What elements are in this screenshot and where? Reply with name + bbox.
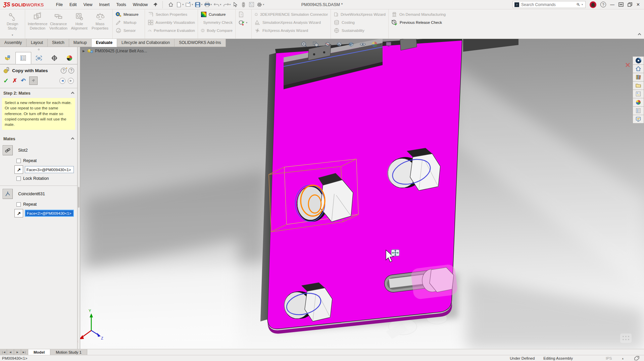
last-study-button[interactable]: ▶❘	[21, 349, 28, 355]
save-caret[interactable]: ▾	[201, 3, 202, 6]
floxpress-button[interactable]: FloXpress Analysis Wizard	[254, 27, 328, 34]
scene-caret[interactable]: ▾	[394, 43, 395, 46]
select-arrow-icon[interactable]	[231, 1, 239, 8]
forward-button[interactable]: ▶	[68, 78, 74, 84]
pin-button[interactable]	[29, 76, 38, 85]
tab-sketch[interactable]: Sketch	[48, 39, 69, 47]
redo-icon[interactable]	[222, 1, 230, 8]
units-caret-icon[interactable]: ▴	[622, 357, 624, 360]
edit-appearance-icon[interactable]	[370, 40, 379, 48]
redo-caret[interactable]: ▾	[229, 3, 231, 6]
menu-pin-icon[interactable]	[153, 2, 158, 7]
file-properties-icon[interactable]	[247, 1, 255, 8]
forum-tab-icon[interactable]	[633, 115, 644, 123]
breadcrumb[interactable]: ▶ PM009425 (Linear Belt Ass...	[83, 48, 147, 54]
close-button[interactable]: ✕	[636, 2, 640, 7]
assembly-visualization-button[interactable]: Assembly Visualization	[148, 19, 195, 26]
new-document-icon[interactable]	[175, 1, 183, 8]
menu-insert[interactable]: Insert	[96, 1, 113, 8]
search-commands-input[interactable]	[521, 2, 574, 7]
previous-release-check-button[interactable]: Previous Release Check	[391, 19, 455, 26]
mates-header[interactable]: Mates	[0, 134, 77, 143]
display-manager-tab-icon[interactable]	[62, 52, 77, 64]
mate-name[interactable]: Coincident631	[18, 192, 45, 196]
collapse-chevron-icon[interactable]	[71, 92, 75, 95]
sustainability-button[interactable]: Sustainability	[334, 27, 386, 34]
file-explorer-tab-icon[interactable]	[633, 82, 644, 90]
save-icon[interactable]	[194, 1, 202, 8]
check-tool-caret[interactable]: ▾	[246, 21, 247, 24]
first-study-button[interactable]: ❘◀	[0, 349, 7, 355]
menu-window[interactable]: Window	[130, 1, 151, 8]
mate-name[interactable]: Slot2	[18, 148, 28, 153]
markup-button[interactable]: Markup	[115, 19, 142, 26]
undo-button[interactable]: ↶	[21, 77, 26, 84]
ok-button[interactable]: ✓	[3, 77, 9, 85]
reference-arrow-icon[interactable]: ↗	[14, 165, 23, 174]
search-caret[interactable]: ▾	[582, 3, 583, 6]
menu-file[interactable]: File	[53, 1, 66, 8]
repeat-checkbox[interactable]	[16, 159, 21, 163]
resources-home-tab-icon[interactable]	[633, 65, 644, 73]
design-library-tab-icon[interactable]	[633, 73, 644, 82]
import-diagnostics-button[interactable]: ?	[238, 11, 249, 18]
reference-arrow-icon[interactable]: ↗	[14, 209, 23, 217]
display-style-icon[interactable]	[347, 40, 355, 48]
user-avatar[interactable]	[590, 1, 596, 8]
motion-study-tab[interactable]: Motion Study 1	[50, 349, 87, 355]
print-caret[interactable]: ▾	[210, 3, 212, 6]
section-properties-button[interactable]: Section Properties	[148, 11, 195, 18]
tab-evaluate[interactable]: Evaluate	[92, 39, 117, 47]
tag-icon[interactable]	[634, 356, 639, 360]
design-study-button[interactable]: Design Study ▾	[2, 10, 23, 38]
menu-edit[interactable]: Edit	[66, 1, 80, 8]
panel-splitter[interactable]	[78, 47, 80, 349]
search-commands-box[interactable]: › 🔍︎ ▾	[512, 1, 586, 8]
measure-button[interactable]: Measure	[115, 11, 142, 18]
curvature-button[interactable]: Curvature	[201, 11, 233, 18]
undo-caret[interactable]: ▾	[220, 3, 221, 6]
model-canvas[interactable]: Y X Z	[0, 39, 644, 349]
restore-button[interactable]	[628, 2, 632, 7]
tab-markup[interactable]: Markup	[69, 39, 92, 47]
menu-view[interactable]: View	[80, 1, 96, 8]
lock-rotation-checkbox[interactable]	[16, 176, 21, 181]
zoom-area-icon[interactable]	[311, 40, 320, 48]
model-tab[interactable]: Model	[28, 349, 50, 355]
breadcrumb-label[interactable]: PM009425 (Linear Belt Ass...	[95, 49, 147, 53]
next-study-button[interactable]: ▶	[14, 349, 21, 355]
interference-detection-button[interactable]: Interference Detection	[27, 10, 48, 38]
home-icon[interactable]	[167, 1, 175, 8]
on-demand-manufacturing-button[interactable]: On Demand Manufacturing	[391, 11, 455, 18]
costing-button[interactable]: Costing	[334, 19, 386, 26]
design-study-caret[interactable]: ▾	[12, 34, 13, 37]
rebuild-icon[interactable]	[239, 1, 247, 8]
print-icon[interactable]	[203, 1, 211, 8]
graphics-area[interactable]: Y X Z	[0, 39, 644, 349]
property-manager-tab-icon[interactable]	[15, 52, 32, 64]
tab-lifecycle[interactable]: Lifecycle and Collaboration	[117, 39, 175, 47]
options-gear-icon[interactable]	[255, 1, 263, 8]
search-icon[interactable]: 🔍︎	[576, 2, 580, 7]
dimxpert-manager-tab-icon[interactable]	[47, 52, 62, 64]
undo-icon[interactable]	[212, 1, 220, 8]
configuration-manager-tab-icon[interactable]	[31, 52, 47, 64]
ribbon-collapse-icon[interactable]	[638, 31, 641, 37]
status-units[interactable]: IPS	[606, 356, 612, 360]
panel-collapse-grip[interactable]	[0, 47, 77, 52]
view-palette-tab-icon[interactable]	[633, 90, 644, 98]
breadcrumb-expand-icon[interactable]: ▶	[83, 49, 85, 53]
sensor-button[interactable]: Sensor	[115, 27, 142, 34]
simulation-connector-button[interactable]: 3DEXPERIENCE Simulation Connector	[254, 11, 328, 18]
appearances-scenes-tab-icon[interactable]	[633, 98, 644, 107]
repeat-checkbox[interactable]	[16, 202, 21, 207]
coincident-reference-field[interactable]: Face<2>@PM009430<1>	[25, 210, 74, 217]
tab-addins[interactable]: SOLIDWORKS Add-Ins	[175, 39, 226, 47]
options-caret[interactable]: ▾	[263, 3, 264, 6]
mass-properties-button[interactable]: Mass Properties	[90, 10, 110, 38]
step2-header[interactable]: Step 2: Mates	[0, 88, 77, 97]
slot-reference-field[interactable]: Face<3>@PM009430<1>	[25, 166, 74, 173]
prev-study-button[interactable]: ◀	[7, 349, 14, 355]
help-icon[interactable]: ?	[600, 2, 606, 7]
open-caret[interactable]: ▾	[192, 3, 193, 6]
